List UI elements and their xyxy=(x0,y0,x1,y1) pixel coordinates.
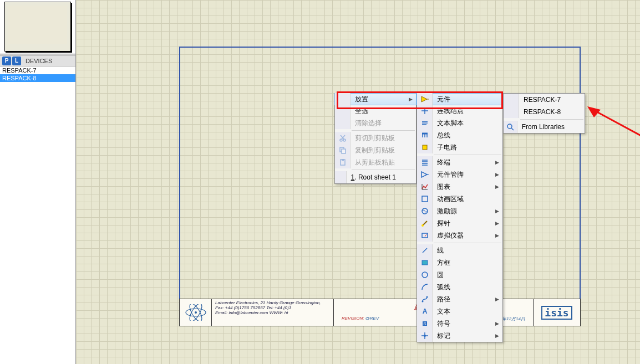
submenu-arrow-icon: ▶ xyxy=(495,296,499,302)
menu-item-label: 图表 xyxy=(433,182,502,192)
place-menu-item[interactable]: 探针▶ xyxy=(417,217,502,229)
device-item[interactable]: RESPACK-7 xyxy=(0,66,75,74)
place-menu-item[interactable]: 标记▶ xyxy=(417,330,502,342)
component-menu-item[interactable]: RESPACK-8 xyxy=(504,106,585,118)
menu-item-label: 方框 xyxy=(433,258,502,268)
menu-item-label: 清除选择 xyxy=(351,119,416,128)
blank-icon xyxy=(335,93,351,105)
menu-item-label: 连线结点 xyxy=(433,106,502,116)
path-icon xyxy=(417,293,433,305)
square-icon xyxy=(417,141,433,153)
place-menu-item[interactable]: 虚拟仪器▶ xyxy=(417,229,502,242)
circle-icon xyxy=(417,269,433,281)
blank-icon xyxy=(335,171,347,183)
menu-item-label: 路径 xyxy=(433,295,502,304)
svg-rect-30 xyxy=(422,196,428,202)
menu-item-label: 圆 xyxy=(433,270,502,280)
submenu-arrow-icon: ▶ xyxy=(495,172,499,177)
p-mode-button[interactable]: P xyxy=(2,57,11,65)
menu-item-label: RESPACK-7 xyxy=(519,96,585,104)
place-menu-item[interactable]: 连线结点 xyxy=(417,105,502,117)
device-item[interactable]: RESPACK-8 xyxy=(0,74,75,82)
place-menu-item[interactable]: 图表▶ xyxy=(417,181,502,193)
menu-item-label: 元件 xyxy=(433,95,502,104)
menu-item-label: 符号 xyxy=(433,319,502,329)
opamp2-icon xyxy=(417,168,433,181)
menu-item-label: 剪切到剪贴板 xyxy=(351,134,416,143)
submenu-arrow-icon: ▶ xyxy=(495,208,499,214)
search-icon xyxy=(504,121,517,133)
svg-line-35 xyxy=(425,234,426,237)
place-menu-item[interactable]: 元件 xyxy=(416,93,503,105)
place-menu-item[interactable]: 弧线 xyxy=(417,281,502,293)
context-menu-components[interactable]: RESPACK-7RESPACK-8From Libraries xyxy=(503,93,585,134)
context-menu-main[interactable]: 放置▶全选清除选择剪切到剪贴板复制到剪贴板从剪贴板粘贴1. Root sheet… xyxy=(334,93,416,184)
preview-thumbnail[interactable] xyxy=(4,2,71,52)
menu-item-label: From Libraries xyxy=(517,123,585,131)
blank-icon xyxy=(335,105,351,117)
place-menu-item[interactable]: 动画区域 xyxy=(417,193,502,205)
place-menu-item[interactable]: 总线 xyxy=(417,129,502,141)
menu-item-label: 弧线 xyxy=(433,283,502,292)
blank-icon xyxy=(504,94,519,106)
device-list[interactable]: RESPACK-7RESPACK-8 xyxy=(0,66,75,364)
submenu-arrow-icon: ▶ xyxy=(495,221,499,226)
bars-icon xyxy=(417,156,433,168)
place-menu-item[interactable]: 路径▶ xyxy=(417,293,502,305)
main-menu-item: 清除选择 xyxy=(335,117,416,129)
menu-item-label: 激励源 xyxy=(433,207,502,216)
svg-line-48 xyxy=(511,128,514,130)
place-menu-item[interactable]: 线 xyxy=(417,244,502,257)
menu-item-label: 全选 xyxy=(351,106,416,116)
place-menu-item[interactable]: 圆 xyxy=(417,269,502,281)
context-menu-place[interactable]: 元件连线结点文本脚本总线子电路终端▶元件管脚▶图表▶动画区域激励源▶探针▶虚拟仪… xyxy=(416,93,503,342)
svg-point-46 xyxy=(424,335,426,337)
main-menu-item[interactable]: 放置▶ xyxy=(334,93,416,105)
menu-item-label: 子电路 xyxy=(433,143,502,152)
place-menu-item[interactable]: 子电路 xyxy=(417,141,502,153)
place-menu-item[interactable]: 终端▶ xyxy=(417,156,502,168)
submenu-arrow-icon: ▶ xyxy=(495,184,499,189)
paste-icon xyxy=(335,156,351,168)
menu-item-label: 1. Root sheet 1 xyxy=(347,173,416,181)
menu-item-label: 放置 xyxy=(351,95,416,104)
devices-label: DEVICES xyxy=(26,58,52,64)
svg-point-3 xyxy=(195,311,197,314)
main-menu-item[interactable]: 全选 xyxy=(335,105,416,117)
rect-icon xyxy=(417,257,433,269)
main-menu-item[interactable]: 1. Root sheet 1 xyxy=(335,171,416,183)
place-menu-item[interactable]: S符号▶ xyxy=(417,317,502,330)
place-menu-item[interactable]: 元件管脚▶ xyxy=(417,168,502,181)
place-menu-item[interactable]: 激励源▶ xyxy=(417,205,502,217)
svg-rect-34 xyxy=(422,233,428,238)
menu-item-label: 标记 xyxy=(433,331,502,341)
svg-point-4 xyxy=(340,139,342,141)
menu-item-label: 总线 xyxy=(433,131,502,140)
bus-icon xyxy=(417,129,433,141)
main-menu-item: 复制到剪贴板 xyxy=(335,144,416,156)
menu-item-label: 虚拟仪器 xyxy=(433,231,502,240)
component-menu-item[interactable]: RESPACK-7 xyxy=(504,94,585,106)
arc-icon xyxy=(417,281,433,293)
svg-rect-22 xyxy=(423,145,427,150)
svg-line-36 xyxy=(423,248,427,253)
place-menu-item[interactable]: 方框 xyxy=(417,257,502,269)
isis-logo: isis xyxy=(534,299,580,326)
l-mode-button[interactable]: L xyxy=(12,57,21,65)
menu-item-label: 从剪贴板粘贴 xyxy=(351,158,416,167)
svg-text:A: A xyxy=(422,307,427,315)
text-icon: A xyxy=(417,305,433,317)
menu-item-label: 探针 xyxy=(433,219,502,228)
design-canvas[interactable]: Labcenter Electronics, 21 Hardy Grange G… xyxy=(76,0,640,364)
title-block: Labcenter Electronics, 21 Hardy Grange G… xyxy=(179,299,581,326)
component-menu-item[interactable]: From Libraries xyxy=(504,121,585,133)
svg-rect-9 xyxy=(342,149,346,153)
line-icon xyxy=(417,244,433,257)
marker-icon xyxy=(417,330,433,342)
place-menu-item[interactable]: A文本 xyxy=(417,305,502,317)
submenu-arrow-icon: ▶ xyxy=(495,333,499,339)
probe-icon xyxy=(417,217,433,229)
menu-item-label: 文本脚本 xyxy=(433,119,502,128)
place-menu-item[interactable]: 文本脚本 xyxy=(417,117,502,129)
devices-header: P L DEVICES xyxy=(0,55,75,66)
